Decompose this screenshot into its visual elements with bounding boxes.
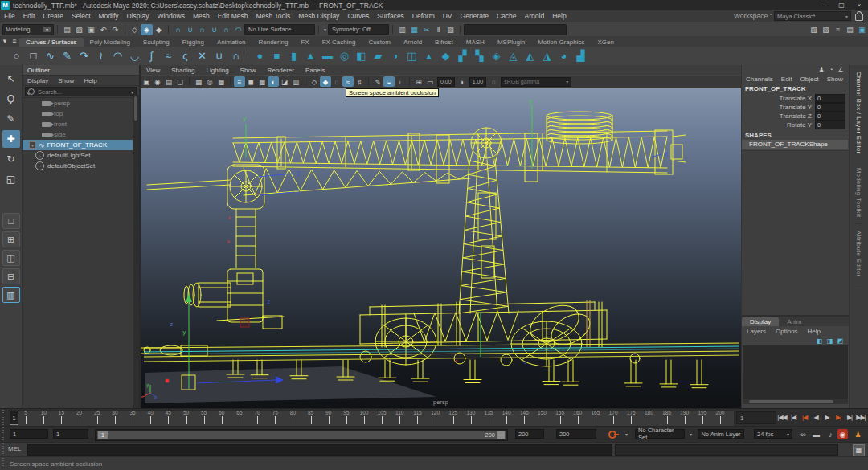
undo-icon[interactable]: ↶ <box>97 24 109 35</box>
anim-layer-dropdown[interactable]: No Anim Layer <box>698 429 744 439</box>
sidebar-toggle-icon[interactable]: ▣ <box>856 24 868 35</box>
manipulator-icon[interactable]: ♟ <box>817 66 826 74</box>
select-tool[interactable]: ↖ <box>2 70 20 88</box>
lock-camera-icon[interactable]: ◉ <box>152 76 163 87</box>
select-object-icon[interactable]: ◈ <box>141 24 153 35</box>
go-to-start-button[interactable]: |◀◀ <box>776 411 788 424</box>
arc-two-point-icon[interactable]: ◠ <box>109 47 126 64</box>
layer-list-scrollbar[interactable] <box>743 399 848 404</box>
shelf-tab-curves-surfaces[interactable]: Curves / Surfaces <box>19 38 84 47</box>
nurbs-cone-icon[interactable]: ▲ <box>302 47 319 64</box>
snap-curve-icon[interactable]: ∪ <box>184 24 196 35</box>
multi-sample-icon[interactable]: ▭ <box>424 76 436 87</box>
current-frame-field[interactable]: 1 <box>736 411 776 424</box>
revolve-icon[interactable]: ◑ <box>387 47 403 64</box>
menu-windows[interactable]: Windows <box>153 12 188 20</box>
snap-projected-center-icon[interactable]: ∪ <box>208 24 220 35</box>
shelf-tab-custom[interactable]: Custom <box>362 38 397 47</box>
lasso-select-tool[interactable]: Ϙ <box>2 90 20 108</box>
range-slider-grip[interactable] <box>0 427 6 442</box>
redo-icon[interactable]: ↷ <box>109 24 121 35</box>
show-attribute-editor-icon[interactable]: ≡ <box>832 24 844 35</box>
snap-point-icon[interactable]: ∩ <box>196 24 208 35</box>
script-editor-icon[interactable]: ▦ <box>853 444 865 456</box>
layer-menu-layers[interactable]: Layers <box>742 328 771 335</box>
planar-icon[interactable]: ▰ <box>370 47 387 64</box>
snapshot-icon[interactable]: ⊞ <box>413 76 424 87</box>
quick-selection-input[interactable] <box>464 24 567 35</box>
play-forwards-button[interactable]: ▶ <box>821 411 833 424</box>
arc-three-point-icon[interactable]: ◡ <box>126 47 143 64</box>
range-end-handle[interactable] <box>497 431 505 439</box>
render-settings-icon[interactable]: ✂ <box>420 24 432 35</box>
outliner-item-side[interactable]: side <box>23 129 139 140</box>
menu-help[interactable]: Help <box>548 12 570 20</box>
make-live-icon[interactable]: ◠ <box>232 24 244 35</box>
lighting-icon[interactable]: ◐ <box>268 76 279 87</box>
workspace-lock-icon[interactable] <box>855 14 863 21</box>
nurbs-circle-icon[interactable]: ○ <box>8 47 25 64</box>
save-scene-icon[interactable]: ▣ <box>85 24 97 35</box>
ipr-render-icon[interactable]: ▦ <box>408 24 420 35</box>
cut-curve-icon[interactable]: ✕ <box>194 47 211 64</box>
viewport-menu-shading[interactable]: Shading <box>166 67 200 74</box>
shelf-tab-xgen[interactable]: XGen <box>591 38 620 47</box>
ep-curve-icon[interactable]: ∿ <box>42 47 59 64</box>
layout-outliner-persp[interactable]: ▥ <box>2 287 20 303</box>
menu-uv[interactable]: UV <box>439 12 457 20</box>
untrim-icon[interactable]: ◮ <box>538 47 555 64</box>
outliner-item-persp[interactable]: persp <box>23 98 139 108</box>
render-view-icon[interactable]: ▥ <box>396 24 408 35</box>
new-empty-layer-icon[interactable]: ◧ <box>814 337 825 345</box>
go-to-end-button[interactable]: ▶▶| <box>855 411 866 424</box>
attribute-value-field[interactable]: 0 <box>815 94 845 103</box>
step-back-frame-button[interactable]: |◀ <box>788 411 799 424</box>
attribute-value-field[interactable]: 0 <box>815 112 845 121</box>
current-frame-marker[interactable]: 1 <box>10 411 18 425</box>
outliner-menu-help[interactable]: Help <box>79 77 101 84</box>
expand-icon[interactable]: + <box>29 141 36 149</box>
select-camera-icon[interactable]: ▣ <box>141 76 152 87</box>
gamma-field[interactable]: 1.00 <box>469 77 487 87</box>
viewport-menu-show[interactable]: Show <box>235 67 262 74</box>
shaded-icon[interactable]: ◼ <box>245 76 256 87</box>
channel-box-menu-object[interactable]: Object <box>796 76 823 83</box>
move-tool[interactable]: ✚ <box>2 130 20 148</box>
nurbs-torus-icon[interactable]: ◎ <box>336 47 353 64</box>
shelf-menu-icon[interactable]: ▾ <box>0 35 10 47</box>
wireframe-icon[interactable]: ≡ <box>234 76 245 87</box>
viewport20-icon[interactable]: ▥ <box>290 76 301 87</box>
open-scene-icon[interactable]: ▨ <box>73 24 85 35</box>
outliner-scrollbar[interactable] <box>133 95 139 408</box>
animation-end-field[interactable]: 200 <box>556 429 596 439</box>
select-component-icon[interactable]: ◆ <box>153 24 165 35</box>
channel-box-menu-edit[interactable]: Edit <box>777 76 796 83</box>
menu-set-dropdown[interactable]: Modeling▾ <box>2 24 54 35</box>
xray-icon[interactable]: ◇ <box>309 76 320 87</box>
menu-edit-mesh[interactable]: Edit Mesh <box>214 12 252 20</box>
shelf-tab-rendering[interactable]: Rendering <box>252 38 294 47</box>
isolate-select-icon[interactable]: ◌ <box>331 76 342 87</box>
shelf-list-icon[interactable]: ≡ <box>10 35 19 47</box>
camera-attributes-icon[interactable]: ▤ <box>163 76 174 87</box>
project-curve-icon[interactable]: ◬ <box>505 47 522 64</box>
maximize-button[interactable]: ▢ <box>833 0 850 10</box>
new-layer-objects-icon[interactable]: ◩ <box>835 337 845 345</box>
menu-create[interactable]: Create <box>39 12 68 20</box>
layout-two-pane-vert[interactable]: ◫ <box>2 250 20 266</box>
chevron-down-icon[interactable]: ▾ <box>324 27 326 32</box>
speed-ramp-icon[interactable]: ◔ <box>826 66 836 74</box>
command-input[interactable] <box>27 444 612 456</box>
show-channel-box-icon[interactable]: ▨ <box>808 24 820 35</box>
menu-edit[interactable]: Edit <box>19 12 39 20</box>
attribute-value-field[interactable]: 0 <box>815 121 845 129</box>
fps-dropdown[interactable]: 24 fps▾ <box>754 429 792 439</box>
outliner-item-front[interactable]: front <box>23 119 139 129</box>
menu-deform[interactable]: Deform <box>408 12 439 20</box>
menu-curves[interactable]: Curves <box>343 12 373 20</box>
close-button[interactable]: × <box>850 0 868 10</box>
viewport-menu-lighting[interactable]: Lighting <box>201 67 235 74</box>
range-slider[interactable]: 1 200 <box>95 429 508 441</box>
menu-display[interactable]: Display <box>123 12 154 20</box>
show-outliner-icon[interactable]: ▤ <box>844 24 856 35</box>
